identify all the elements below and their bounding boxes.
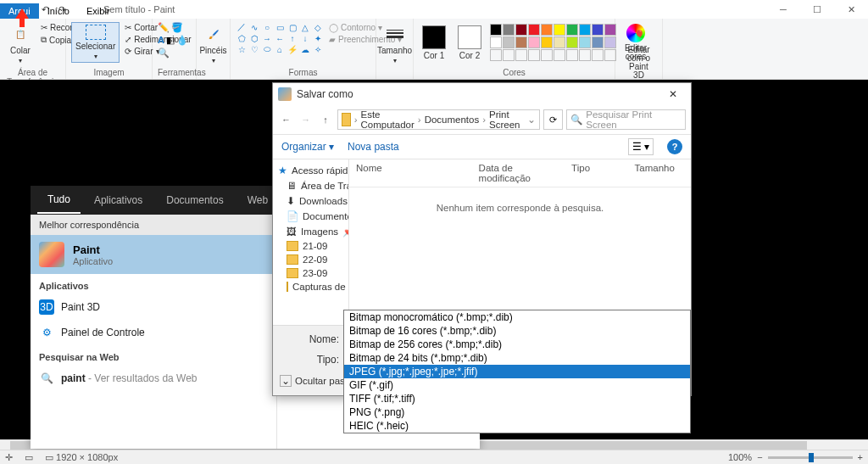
tree-folder-2309[interactable]: 23-09 <box>273 266 348 280</box>
tree-folder-2109[interactable]: 21-09 <box>273 239 348 253</box>
start-tab-all[interactable]: Tudo <box>37 187 81 214</box>
zoom-value: 100% <box>728 452 752 462</box>
paint-app-icon <box>39 242 64 267</box>
col-type: Tipo <box>565 163 627 183</box>
start-tab-docs[interactable]: Documentos <box>156 187 233 213</box>
size-button[interactable]: Tamanho▾ <box>381 22 408 66</box>
picker-tool-icon[interactable]: 💧 <box>176 35 188 46</box>
col-name: Nome <box>349 163 472 183</box>
chevron-down-icon[interactable]: ⌄ <box>527 114 536 126</box>
dialog-title: Salvar como <box>297 88 353 100</box>
select-button[interactable]: Selecionar▾ <box>71 22 120 63</box>
tree-images[interactable]: 🖼Imagens📌 <box>273 224 348 239</box>
dd-jpeg[interactable]: JPEG (*.jpg;*.jpeg;*.jpe;*.jfif) <box>344 365 690 378</box>
empty-message: Nenhum item corresponde à pesquisa. <box>349 187 691 313</box>
filetype-dropdown[interactable]: Bitmap monocromático (*.bmp;*.dib) Bitma… <box>343 310 691 433</box>
maximize-button[interactable]: ☐ <box>800 0 834 19</box>
organize-button[interactable]: Organizar ▾ <box>281 141 334 153</box>
canvas-size: ▭ 1920 × 1080px <box>45 452 118 463</box>
chevron-down-icon: ⌄ <box>280 375 292 387</box>
refresh-button[interactable]: ⟳ <box>543 109 563 130</box>
breadcrumb[interactable]: › Este Computador› Documentos› Print Scr… <box>337 109 541 130</box>
col-size: Tamanho <box>628 163 691 183</box>
brushes-button[interactable]: 🖌️Pincéis▾ <box>202 22 225 66</box>
tab-home[interactable]: Início <box>39 3 78 19</box>
dd-bmp-256[interactable]: Bitmap de 256 cores (*.bmp;*.dib) <box>344 338 690 351</box>
zoom-slider[interactable] <box>768 456 853 459</box>
close-button[interactable]: ✕ <box>834 0 868 19</box>
tree-captures[interactable]: Capturas de Tela <box>273 280 348 293</box>
tree-folder-2209[interactable]: 22-09 <box>273 253 348 266</box>
filetype-label: Tipo: <box>280 354 339 366</box>
shapes-gallery[interactable]: ／∿○▭▢△◇ ⬠⬡→←↑↓✦ ☆♡⬭⌂⚡☁✧ <box>236 22 324 54</box>
search-input[interactable]: 🔍Pesquisar Print Screen <box>566 109 686 130</box>
title-bar: 🎨 💾 ↶ ↷ Sem título - Paint ─ ☐ ✕ ? <box>0 0 868 19</box>
cursor-pos-icon: ✛ <box>5 452 13 463</box>
paste-button[interactable]: 📋Colar▾ <box>5 22 36 66</box>
zoom-tool-icon[interactable]: 🔍 <box>158 48 170 59</box>
ribbon-group-shapes: Formas <box>236 68 370 77</box>
view-mode-button[interactable]: ☰ ▾ <box>628 138 654 155</box>
color2-button[interactable]: Cor 2 <box>454 24 485 62</box>
start-tab-apps[interactable]: Aplicativos <box>84 187 153 213</box>
dialog-help-button[interactable]: ? <box>667 139 682 154</box>
folder-icon <box>342 113 351 126</box>
dd-bmp-16[interactable]: Bitmap de 16 cores (*.bmp;*.dib) <box>344 324 690 338</box>
paint3d-button[interactable]: 🎈Editar com o Paint 3D <box>620 22 657 81</box>
tree-desktop[interactable]: 🖥Área de Traba📌 <box>273 178 348 193</box>
selection-size-icon: ▭ <box>25 452 33 463</box>
zoom-in-button[interactable]: + <box>858 452 863 462</box>
tree-quick-access[interactable]: ★Acesso rápido <box>273 163 348 178</box>
status-bar: ✛ ▭ ▭ 1920 × 1080px 100% − + <box>0 450 868 464</box>
color1-button[interactable]: Cor 1 <box>419 24 449 62</box>
search-icon: 🔍 <box>39 371 54 386</box>
col-date: Data de modificação <box>472 163 565 183</box>
tab-view[interactable]: Exibir <box>78 3 119 19</box>
dd-heic[interactable]: HEIC (*.heic) <box>344 419 690 433</box>
dialog-icon <box>278 87 292 101</box>
ribbon-group-colors: Cores <box>419 68 609 77</box>
new-folder-button[interactable]: Nova pasta <box>348 141 399 153</box>
minimize-button[interactable]: ─ <box>766 0 800 19</box>
text-tool-icon[interactable]: A <box>158 35 164 45</box>
nav-forward-button[interactable]: → <box>298 110 314 129</box>
annotation-arrow-icon <box>15 8 29 27</box>
tree-documents[interactable]: 📄Documentos📌 <box>273 209 348 224</box>
ribbon-group-tools: Ferramentas <box>158 68 191 77</box>
nav-up-button[interactable]: ↑ <box>317 110 333 129</box>
tree-downloads[interactable]: ⬇Downloads📌 <box>273 193 348 209</box>
dd-bmp-mono[interactable]: Bitmap monocromático (*.bmp;*.dib) <box>344 310 690 324</box>
pencil-tool-icon[interactable]: ✏️ <box>158 22 170 33</box>
dialog-close-button[interactable]: ✕ <box>660 88 686 100</box>
dd-tiff[interactable]: TIFF (*.tif;*.tiff) <box>344 392 690 405</box>
folder-tree[interactable]: ★Acesso rápido 🖥Área de Traba📌 ⬇Download… <box>273 159 349 325</box>
eraser-tool-icon[interactable]: ◧ <box>166 35 175 46</box>
ribbon: 📋Colar▾ ✂ Recortar ⧉ Copiar Área de Tran… <box>0 19 868 80</box>
color-palette[interactable] <box>490 24 616 61</box>
nav-back-button[interactable]: ← <box>278 110 294 129</box>
dd-bmp-24[interactable]: Bitmap de 24 bits (*.bmp;*.dib) <box>344 351 690 365</box>
fill-tool-icon[interactable]: 🪣 <box>171 22 183 33</box>
column-headers[interactable]: Nome Data de modificação Tipo Tamanho <box>349 159 691 187</box>
zoom-out-button[interactable]: − <box>757 452 762 462</box>
dd-png[interactable]: PNG (*.png) <box>344 405 690 419</box>
best-match-kind: Aplicativo <box>73 256 113 266</box>
search-icon: 🔍 <box>570 114 582 126</box>
ribbon-group-image: Imagem <box>71 68 147 77</box>
best-match-title: Paint <box>73 243 113 256</box>
dd-gif[interactable]: GIF (*.gif) <box>344 378 690 392</box>
filename-label: Nome: <box>280 333 339 345</box>
